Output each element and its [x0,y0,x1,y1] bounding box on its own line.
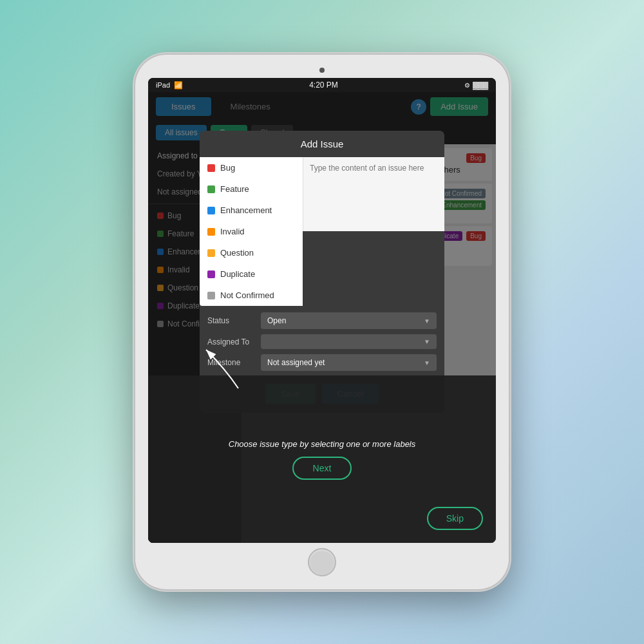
enhancement-color [207,207,215,214]
device-name: iPad [156,81,170,89]
assigned-to-select[interactable]: ▼ [261,334,437,349]
tutorial-instruction: Choose issue type by selecting one or mo… [229,439,416,449]
label-name: Duplicate [220,269,255,279]
label-option-bug[interactable]: Bug [200,157,303,178]
question-color [207,249,215,257]
bug-color [207,164,215,172]
invalid-color [207,228,215,236]
label-option-duplicate[interactable]: Duplicate [200,263,303,285]
chevron-down-icon: ▼ [424,338,430,345]
label-name: Question [220,248,254,258]
chevron-down-icon: ▼ [424,317,430,325]
chevron-down-icon: ▼ [424,359,430,366]
status-right: ⚙ ▓▓▓ [464,81,488,89]
issue-input-area [303,157,444,306]
label-name: Invalid [220,227,245,236]
not-confirmed-color [207,292,215,299]
settings-icon: ⚙ [464,82,470,89]
ipad-camera [319,68,325,73]
label-option-enhancement[interactable]: Enhancement [200,200,303,221]
status-label: Status [207,316,256,325]
label-option-question[interactable]: Question [200,242,303,263]
modal-title: Add Issue [200,131,444,157]
issue-textarea[interactable] [303,157,444,231]
label-name: Not Confirmed [220,290,274,300]
next-button[interactable]: Next [292,457,352,480]
modal-body: Bug Feature Enhancement [200,157,444,306]
status-field-row: Status Open ▼ [207,312,437,329]
ipad-screen: iPad 📶 4:20 PM ⚙ ▓▓▓ Issues Milestones ?… [148,78,496,543]
label-option-feature[interactable]: Feature [200,178,303,200]
wifi-icon: 📶 [174,81,183,90]
status-select[interactable]: Open ▼ [261,312,437,329]
label-dropdown: Bug Feature Enhancement [200,157,303,306]
tutorial-overlay: Choose issue type by selecting one or mo… [148,375,496,543]
label-name: Bug [220,163,235,173]
milestone-value: Not assigned yet [267,358,325,367]
app-content: Issues Milestones ? Add Issue All issues… [148,92,496,543]
status-left: iPad 📶 [156,81,183,90]
ipad-frame: iPad 📶 4:20 PM ⚙ ▓▓▓ Issues Milestones ?… [135,55,509,589]
feature-color [207,185,215,193]
label-name: Feature [220,184,249,194]
label-option-invalid[interactable]: Invalid [200,221,303,242]
status-time: 4:20 PM [309,80,338,90]
milestone-select[interactable]: Not assigned yet ▼ [261,354,437,371]
label-option-not-confirmed[interactable]: Not Confirmed [200,285,303,306]
arrow-annotation [187,343,264,395]
battery-icon: ▓▓▓ [473,81,488,89]
duplicate-color [207,270,215,278]
home-button[interactable] [308,548,336,576]
label-name: Enhancement [220,205,272,215]
skip-button[interactable]: Skip [427,507,483,530]
status-bar: iPad 📶 4:20 PM ⚙ ▓▓▓ [148,78,496,92]
status-value: Open [267,316,286,325]
